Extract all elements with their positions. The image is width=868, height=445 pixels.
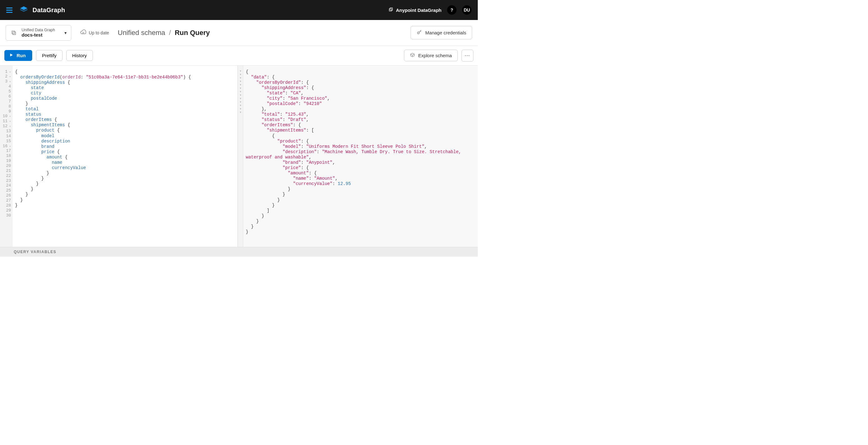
help-icon: ?: [451, 7, 454, 12]
brand-name: DataGraph: [33, 6, 65, 14]
toolbar: Run Prettify History Explore schema ···: [0, 46, 478, 66]
prettify-button[interactable]: Prettify: [36, 50, 63, 61]
topbar: DataGraph Anypoint DataGraph ? DU: [0, 0, 478, 20]
pane-divider[interactable]: ▾▾▾▾▾▾▾▾▾▾▾▾▾: [238, 66, 243, 247]
avatar-initials: DU: [464, 7, 470, 12]
explore-schema-button[interactable]: Explore schema: [404, 50, 458, 61]
svg-rect-4: [12, 31, 15, 34]
manage-credentials-button[interactable]: Manage credentials: [410, 26, 472, 39]
manage-credentials-label: Manage credentials: [425, 30, 466, 35]
external-link-icon: [389, 7, 393, 13]
more-button[interactable]: ···: [462, 50, 473, 62]
ellipsis-icon: ···: [465, 53, 470, 58]
svg-rect-2: [389, 8, 392, 11]
query-editor[interactable]: { ordersByOrderId(orderId: "51c0ba3a-7e6…: [12, 66, 238, 247]
breadcrumb-parent[interactable]: Unified schema: [118, 29, 165, 37]
subheader: Unified Data Graph docs-test ▾ Up to dat…: [0, 20, 478, 46]
graph-selector-title: docs-test: [22, 32, 55, 37]
anypoint-datagraph-label: Anypoint DataGraph: [396, 7, 441, 13]
avatar[interactable]: DU: [462, 5, 471, 15]
play-icon: [9, 53, 13, 58]
brand-logo-icon: [20, 6, 28, 14]
cube-icon: [410, 53, 415, 58]
run-button[interactable]: Run: [4, 50, 32, 61]
svg-rect-5: [13, 32, 16, 35]
svg-marker-7: [10, 54, 13, 56]
svg-rect-3: [390, 8, 393, 10]
workspace: 1234567891011121314151617181920212223242…: [0, 66, 478, 247]
graph-selector-supertitle: Unified Data Graph: [22, 28, 55, 32]
stack-icon: [10, 29, 17, 36]
query-variables-label: QUERY VARIABLES: [14, 250, 56, 254]
key-icon: [416, 29, 422, 36]
anypoint-datagraph-link[interactable]: Anypoint DataGraph: [389, 7, 441, 13]
line-gutter: 1234567891011121314151617181920212223242…: [0, 66, 12, 247]
breadcrumb: Unified schema / Run Query: [118, 29, 210, 37]
sync-status: Up to date: [80, 29, 109, 36]
breadcrumb-separator: /: [169, 29, 171, 37]
breadcrumb-current: Run Query: [175, 29, 210, 37]
svg-marker-0: [20, 6, 27, 10]
sync-status-label: Up to date: [89, 30, 109, 35]
history-button[interactable]: History: [66, 50, 93, 61]
chevron-down-icon: ▾: [64, 30, 67, 35]
cloud-check-icon: [80, 29, 86, 36]
help-button[interactable]: ?: [447, 5, 457, 15]
run-label: Run: [17, 53, 26, 58]
svg-marker-8: [410, 53, 414, 55]
results-pane: { "data": { "ordersByOrderId": { "shippi…: [243, 66, 478, 247]
graph-selector[interactable]: Unified Data Graph docs-test ▾: [6, 25, 71, 41]
menu-icon[interactable]: [6, 7, 12, 13]
query-variables-bar[interactable]: QUERY VARIABLES: [0, 247, 478, 257]
explore-schema-label: Explore schema: [418, 53, 452, 58]
